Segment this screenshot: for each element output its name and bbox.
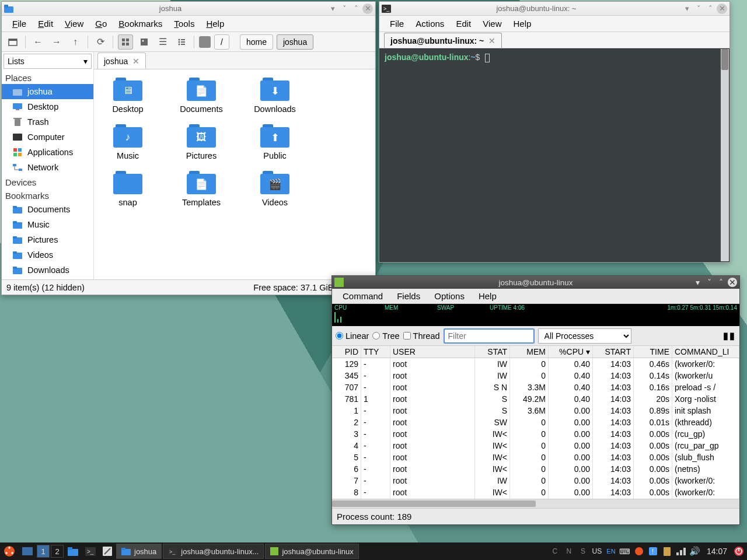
sidebar-item-applications[interactable]: Applications [2, 145, 93, 160]
sidebar-item-home[interactable]: joshua [2, 84, 93, 99]
clock[interactable]: 14:07 [703, 547, 731, 556]
notification-icon[interactable]: ! [647, 545, 659, 557]
folder-downloads[interactable]: ⬇Downloads [247, 78, 303, 114]
taskbar[interactable]: 1 2 >_ joshua >_joshua@ubuntu-linux... j… [0, 542, 747, 560]
table-row[interactable]: 3-rootIW<00.0014:030.00s(rcu_gp) [332, 428, 739, 440]
maximize-button[interactable]: ˄ [705, 4, 715, 14]
col-cpu[interactable]: %CPU ▾ [549, 346, 593, 358]
taskbar-window-procmon[interactable]: joshua@ubuntu-linux [265, 544, 358, 559]
back-button[interactable]: ← [30, 34, 46, 50]
term-titlebar[interactable]: >_ joshua@ubuntu-linux: ~ ▾ ˅ ˄ ✕ [379, 2, 729, 16]
sidebar-bookmark-downloads[interactable]: Downloads [2, 262, 93, 278]
minimize-button[interactable]: ▾ [693, 278, 702, 287]
power-icon[interactable] [733, 545, 745, 557]
menu-fields[interactable]: Fields [390, 289, 427, 303]
path-joshua[interactable]: joshua [277, 34, 313, 50]
process-monitor-window[interactable]: joshua@ubuntu-linux ▾ ˅ ˄ ✕ Command Fiel… [331, 275, 740, 525]
thumbnail-view-button[interactable] [137, 34, 152, 50]
table-row[interactable]: 7811rootS49.2M0.4014:0320sXorg -nolist [332, 393, 739, 405]
col-start[interactable]: START [593, 346, 634, 358]
keyboard-icon[interactable]: ⌨ [619, 545, 631, 557]
minimize-button[interactable]: ▾ [327, 4, 338, 14]
menu-tools[interactable]: Tools [168, 16, 200, 31]
view-tree-radio[interactable]: Tree [372, 331, 399, 341]
file-manager-window[interactable]: joshua ▾ ˅ ˄ ✕ File Edit View Go Bookmar… [1, 1, 376, 295]
menu-actions[interactable]: Actions [410, 16, 450, 31]
sidebar-mode-dropdown[interactable]: Lists▾ [4, 54, 92, 69]
table-row[interactable]: 4-rootIW<00.0014:030.00s(rcu_par_gp [332, 440, 739, 452]
icon-view-button[interactable] [118, 34, 133, 50]
path-entry-toggle[interactable] [199, 36, 211, 48]
taskbar-window-files[interactable]: joshua [116, 544, 162, 559]
terminal-scrollbar[interactable] [721, 49, 729, 261]
fm-icon-view[interactable]: 🖥Desktop📄Documents⬇Downloads♪Music🖼Pictu… [94, 69, 375, 279]
term-tab[interactable]: joshua@ubuntu-linux: ~✕ [384, 33, 502, 48]
menu-help[interactable]: Help [472, 289, 504, 303]
table-row[interactable]: 345-rootIW00.4014:030.14s(kworker/u [332, 370, 739, 382]
horizontal-scrollbar[interactable] [332, 499, 739, 508]
view-linear-radio[interactable]: Linear [336, 331, 369, 341]
folder-documents[interactable]: 📄Documents [173, 78, 229, 114]
clipboard-icon[interactable] [661, 545, 673, 557]
compact-view-button[interactable]: ☰ [155, 34, 170, 50]
menu-go[interactable]: Go [89, 16, 113, 31]
menu-file[interactable]: File [384, 16, 410, 31]
col-pid[interactable]: PID [332, 346, 361, 358]
lang-indicator[interactable]: US [591, 545, 603, 557]
col-user[interactable]: USER [390, 346, 475, 358]
filter-input[interactable] [444, 328, 535, 344]
folder-pictures[interactable]: 🖼Pictures [173, 124, 229, 160]
col-command[interactable]: COMMAND_LI [672, 346, 739, 358]
sidebar-item-network[interactable]: Network [2, 160, 93, 175]
col-mem[interactable]: MEM [510, 346, 549, 358]
menu-file[interactable]: File [6, 16, 32, 31]
workspace-1[interactable]: 1 [37, 545, 50, 558]
start-menu-button[interactable] [0, 542, 19, 560]
menu-edit[interactable]: Edit [450, 16, 477, 31]
terminal-window[interactable]: >_ joshua@ubuntu-linux: ~ ▾ ˅ ˄ ✕ File A… [379, 1, 730, 262]
folder-public[interactable]: ⬆Public [247, 124, 303, 160]
table-row[interactable]: 129-rootIW00.4014:030.46s(kworker/0: [332, 358, 739, 370]
terminal-body[interactable]: joshua@ubuntu-linux:~$ [379, 48, 729, 262]
path-root[interactable]: / [214, 34, 229, 50]
close-button[interactable]: ✕ [717, 4, 727, 14]
fm-tab[interactable]: joshua✕ [97, 52, 146, 69]
maximize-down-button[interactable]: ˅ [339, 4, 350, 14]
pause-button[interactable]: ▮▮ [723, 330, 736, 341]
table-row[interactable]: 8-rootIW<00.0014:030.00s(kworker/0: [332, 487, 739, 498]
close-button[interactable]: ✕ [362, 4, 373, 14]
launcher-terminal[interactable]: >_ [82, 542, 99, 560]
table-row[interactable]: 1-rootS3.6M0.0014:030.89sinit splash [332, 405, 739, 416]
sidebar-item-trash[interactable]: Trash [2, 114, 93, 130]
minimize-button[interactable]: ▾ [682, 4, 692, 14]
close-button[interactable]: ✕ [728, 278, 737, 287]
menu-view[interactable]: View [477, 16, 507, 31]
maximize-button[interactable]: ˄ [351, 4, 361, 14]
table-row[interactable]: 7-rootIW00.0014:030.00s(kworker/0: [332, 475, 739, 487]
fm-titlebar[interactable]: joshua ▾ ˅ ˄ ✕ [2, 2, 375, 16]
sidebar-bookmark-documents[interactable]: Documents [2, 202, 93, 217]
folder-videos[interactable]: 🎬Videos [247, 171, 303, 207]
path-home[interactable]: home [240, 34, 273, 50]
menu-command[interactable]: Command [336, 289, 390, 303]
process-scope-dropdown[interactable]: All Processes [538, 328, 631, 344]
menu-help[interactable]: Help [507, 16, 537, 31]
keyboard-indicator[interactable]: EN [605, 545, 617, 557]
sidebar-bookmark-music[interactable]: Music [2, 217, 93, 232]
sidebar-bookmark-videos[interactable]: Videos [2, 247, 93, 262]
table-row[interactable]: 6-rootIW<00.0014:030.00s(netns) [332, 463, 739, 475]
view-thread-check[interactable]: Thread [403, 331, 440, 341]
table-row[interactable]: 5-rootIW<00.0014:030.00s(slub_flush [332, 452, 739, 463]
table-row[interactable]: 707-rootS N3.3M0.4014:030.16spreload -s … [332, 382, 739, 393]
workspace-2[interactable]: 2 [51, 545, 64, 558]
new-tab-button[interactable] [5, 34, 20, 50]
reload-button[interactable]: ⟳ [93, 34, 108, 50]
show-desktop-button[interactable] [19, 542, 36, 560]
folder-desktop[interactable]: 🖥Desktop [100, 78, 156, 114]
maximize-button[interactable]: ˄ [716, 278, 725, 287]
process-table[interactable]: PID TTY USER STAT MEM %CPU ▾ START TIME … [332, 346, 739, 508]
sidebar-item-desktop[interactable]: Desktop [2, 99, 93, 114]
launcher-files[interactable] [64, 542, 82, 560]
folder-snap[interactable]: snap [100, 171, 156, 207]
tab-close-icon[interactable]: ✕ [132, 57, 139, 66]
